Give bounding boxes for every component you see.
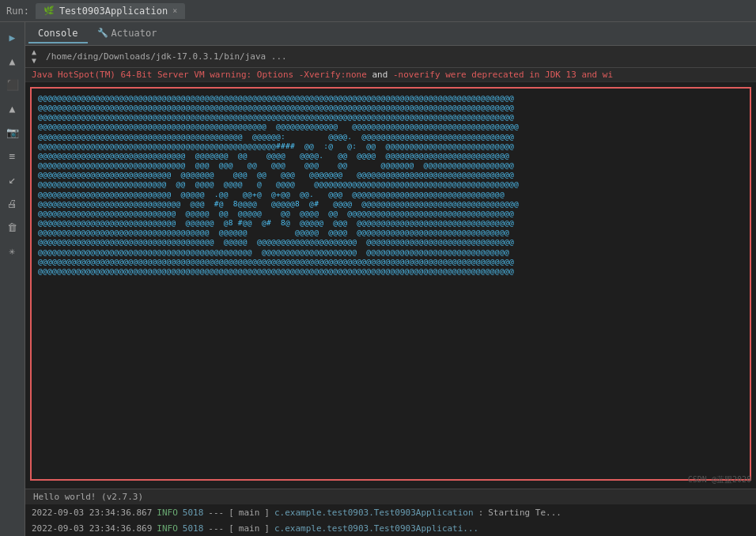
sidebar-camera-icon[interactable]: 📷 [2, 122, 23, 142]
ascii-line-8: @@@@@@@@@@@@@@@@@@@@@@@@@@@@@@@ @@@ @@@ … [38, 160, 743, 170]
log1-colon: : [478, 508, 484, 518]
ascii-line-6: @@@@@@@@@@@@@@@@@@@@@@@@@@@@@@@@@@@@@@@@… [38, 142, 743, 151]
log2-bracket: [ [229, 523, 234, 534]
tab-bar: Console 🔧 Actuator [25, 22, 756, 46]
log-line-2: 2022-09-03 23:34:36.869 INFO 5018 --- [ … [25, 520, 756, 536]
sidebar-run-icon[interactable]: ▶ [2, 27, 23, 47]
ascii-line-2: @@@@@@@@@@@@@@@@@@@@@@@@@@@@@@@@@@@@@@@@… [38, 103, 743, 112]
ascii-line-1: @@@@@@@@@@@@@@@@@@@@@@@@@@@@@@@@@@@@@@@@… [38, 93, 743, 103]
sidebar: ▶ ▲ ⬛ ▲ 📷 ≡ ↙ 🖨 🗑 ✳ [0, 22, 25, 536]
actuator-tab-label: Actuator [112, 28, 157, 39]
ascii-line-3: @@@@@@@@@@@@@@@@@@@@@@@@@@@@@@@@@@@@@@@@… [38, 112, 743, 122]
ascii-line-12: @@@@@@@@@@@@@@@@@@@@@@@@@@@@@@ @@@ #@ 8@… [38, 199, 743, 209]
log1-bracket: [ [229, 508, 234, 518]
watermark: CSDN @蓝盟2020 [688, 474, 751, 485]
ascii-line-14: @@@@@@@@@@@@@@@@@@@@@@@@@@@@@ @@@@@@ @8 … [38, 218, 743, 228]
ascii-line-17: @@@@@@@@@@@@@@@@@@@@@@@@@@@@@@@@@@@@@@@@… [38, 247, 743, 257]
log1-level: INFO [157, 508, 178, 518]
hello-world-text: Hello world! (v2.7.3) [33, 492, 143, 502]
app-tab[interactable]: 🌿 Test0903Application × [36, 3, 185, 19]
sidebar-menu-icon[interactable]: ≡ [2, 145, 23, 166]
sidebar-misc-icon[interactable]: ✳ [2, 240, 23, 261]
log2-level: INFO [157, 523, 178, 534]
sidebar-import-icon[interactable]: ↙ [2, 169, 23, 190]
log2-timestamp: 2022-09-03 23:34:36.869 [32, 523, 152, 534]
title-bar: Run: 🌿 Test0903Application × [0, 0, 756, 22]
ascii-line-4: @@@@@@@@@@@@@@@@@@@@@@@@@@@@@@@@@@@@@@@@… [38, 122, 743, 131]
log2-bracket-close: ] [264, 523, 270, 534]
app-name: Test0903Application [59, 6, 168, 17]
ascii-line-11: @@@@@@@@@@@@@@@@@@@@@@@@@@@@ @@@@@ .@@ @… [38, 190, 743, 199]
sidebar-stop-icon[interactable]: ⬛ [2, 74, 23, 95]
log-line-1: 2022-09-03 23:34:36.867 INFO 5018 --- [ … [25, 504, 756, 520]
ascii-art-box: @@@@@@@@@@@@@@@@@@@@@@@@@@@@@@@@@@@@@@@@… [30, 87, 751, 481]
log2-sep: --- [208, 523, 224, 534]
log-area: 2022-09-03 23:34:36.867 INFO 5018 --- [ … [25, 504, 756, 536]
ascii-line-18: @@@@@@@@@@@@@@@@@@@@@@@@@@@@@@@@@@@@@@@@… [38, 257, 743, 266]
path-bar: ▲ ▼ /home/ding/Downloads/jdk-17.0.3.1/bi… [25, 46, 756, 68]
ascii-line-10: @@@@@@@@@@@@@@@@@@@@@@@@@@@ @@ @@@@ @@@@… [38, 179, 743, 189]
warning-text: Java HotSpot(TM) 64-Bit Server VM warnin… [32, 70, 613, 80]
log2-pid: 5018 [183, 523, 204, 534]
ascii-line-5: @@@@@@@@@@@@@@@@@@@@@@@@@@@@@@@@@@@@@@@@… [38, 132, 743, 142]
java-path: /home/ding/Downloads/jdk-17.0.3.1/bin/ja… [46, 51, 287, 62]
ascii-line-7: @@@@@@@@@@@@@@@@@@@@@@@@@@@@@@@ @@@@@@@ … [38, 151, 743, 160]
main-container: ▶ ▲ ⬛ ▲ 📷 ≡ ↙ 🖨 🗑 ✳ Console 🔧 Actuator ▲… [0, 22, 756, 536]
ascii-line-19: @@@@@@@@@@@@@@@@@@@@@@@@@@@@@@@@@@@@@@@@… [38, 266, 743, 276]
sidebar-delete-icon[interactable]: 🗑 [2, 217, 23, 237]
tab-actuator[interactable]: 🔧 Actuator [88, 25, 167, 43]
log2-class: c.example.test0903.Test0903Applicati... [274, 523, 478, 534]
log1-message: Starting Te... [488, 508, 561, 518]
log1-sep: --- [208, 508, 224, 518]
ascii-line-13: @@@@@@@@@@@@@@@@@@@@@@@@@@@@@ @@@@@ @@ @… [38, 209, 743, 218]
hello-world-line: Hello world! (v2.7.3) [25, 489, 756, 504]
ascii-line-15: @@@@@@@@@@@@@@@@@@@@@@@@@@@@@@@@@@@@ @@@… [38, 228, 743, 237]
arrow-up-icon[interactable]: ▲ [32, 48, 36, 56]
run-label: Run: [6, 6, 29, 17]
tab-console[interactable]: Console [28, 25, 88, 43]
content-area: Console 🔧 Actuator ▲ ▼ /home/ding/Downlo… [25, 22, 756, 536]
warning-line: Java HotSpot(TM) 64-Bit Server VM warnin… [25, 68, 756, 82]
log1-thread: main [239, 508, 260, 518]
path-arrows: ▲ ▼ [32, 48, 36, 65]
log1-class: c.example.test0903.Test0903Application [274, 508, 474, 518]
ascii-line-16: @@@@@@@@@@@@@@@@@@@@@@@@@@@@@@@@@@@@@ @@… [38, 237, 743, 247]
sidebar-up2-icon[interactable]: ▲ [2, 98, 23, 119]
sidebar-up1-icon[interactable]: ▲ [2, 51, 23, 71]
log2-thread: main [239, 523, 260, 534]
ascii-line-9: @@@@@@@@@@@@@@@@@@@@@@@@@@@@ @@@@@@@ @@@… [38, 170, 743, 179]
console-output: @@@@@@@@@@@@@@@@@@@@@@@@@@@@@@@@@@@@@@@@… [25, 82, 756, 489]
console-tab-label: Console [38, 28, 78, 39]
sidebar-print-icon[interactable]: 🖨 [2, 193, 23, 213]
arrow-down-icon[interactable]: ▼ [32, 57, 36, 65]
tab-close-icon[interactable]: × [172, 6, 177, 15]
log1-timestamp: 2022-09-03 23:34:36.867 [32, 508, 152, 518]
log1-pid: 5018 [183, 508, 204, 518]
log1-bracket-close: ] [264, 508, 270, 518]
